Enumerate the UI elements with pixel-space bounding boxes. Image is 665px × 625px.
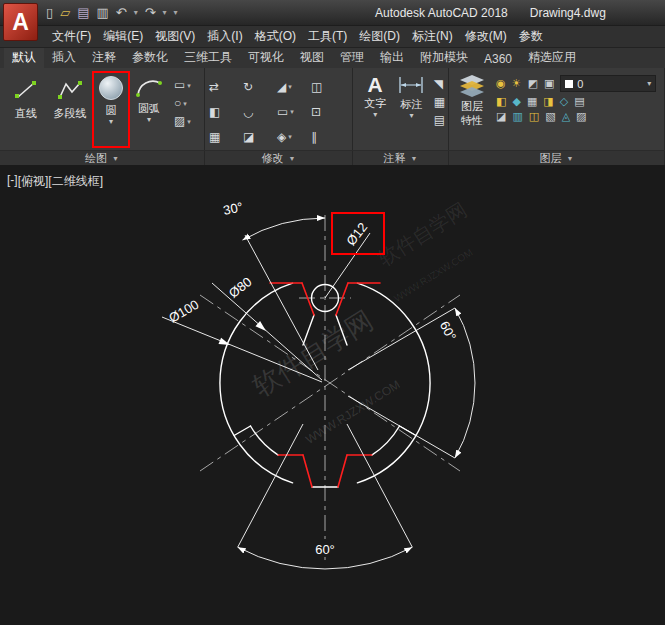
- layer-select-dropdown[interactable]: 0 ▾: [560, 75, 656, 92]
- line-tool-button[interactable]: 直线: [4, 71, 48, 148]
- rectangle-tool-icon[interactable]: ▭ ▾: [174, 79, 191, 91]
- qat-customize-icon[interactable]: ▾: [174, 9, 178, 17]
- annotation-footer-expand-icon[interactable]: ▼: [411, 155, 418, 162]
- modify-footer-expand-icon[interactable]: ▼: [289, 155, 296, 162]
- arc-dropdown-icon[interactable]: ▾: [147, 116, 151, 124]
- layer-properties-button[interactable]: 图层 特性: [453, 71, 491, 148]
- application-menu-button[interactable]: A: [3, 3, 38, 41]
- angle-bottom-dim-label[interactable]: 60°: [315, 542, 335, 557]
- explode-tool-icon[interactable]: ⊡: [311, 106, 345, 118]
- polyline-tool-button[interactable]: 多段线: [48, 71, 92, 148]
- circle-tool-button[interactable]: 圆 ▾: [92, 71, 130, 148]
- tab-visualize[interactable]: 可视化: [240, 48, 292, 68]
- arc-tool-button[interactable]: 圆弧 ▾: [130, 71, 168, 148]
- viewport-view-control[interactable]: [俯视]: [18, 173, 49, 190]
- layer-panel-footer[interactable]: 图层 ▼: [449, 151, 665, 165]
- offset-tool-icon[interactable]: ∥: [311, 131, 345, 143]
- layer-lock-fade-icon[interactable]: ◬: [562, 111, 570, 122]
- ellipse-dropdown-icon[interactable]: ▾: [183, 100, 187, 107]
- menu-format[interactable]: 格式(O): [249, 26, 302, 47]
- text-tool-button[interactable]: A 文字 ▾: [357, 71, 393, 148]
- redo-icon[interactable]: ↷: [145, 6, 156, 19]
- angle-top-dim-label[interactable]: 30°: [222, 199, 244, 218]
- layer-delete-icon[interactable]: ▧: [545, 111, 555, 122]
- tab-view[interactable]: 视图: [292, 48, 332, 68]
- menu-insert[interactable]: 插入(I): [201, 26, 248, 47]
- dia-80-dim-label[interactable]: Ø80: [226, 274, 255, 301]
- text-dropdown-icon[interactable]: ▾: [373, 111, 377, 119]
- array-dropdown-icon[interactable]: ▾: [288, 133, 292, 140]
- ellipse-tool-icon[interactable]: ○ ▾: [174, 97, 191, 109]
- table-tool-icon[interactable]: ▦: [434, 96, 445, 108]
- layer-state-icon[interactable]: ▥: [512, 111, 522, 122]
- dia-12-dim-label[interactable]: Ø12: [343, 220, 370, 249]
- layer-merge-icon[interactable]: ◫: [529, 111, 539, 122]
- plot-icon[interactable]: ▥: [96, 6, 108, 19]
- trim-tool-icon[interactable]: ◢▾: [277, 81, 311, 93]
- layer-walk-icon[interactable]: ▤: [574, 96, 584, 107]
- layer-unisolate-icon[interactable]: ◆: [512, 96, 520, 107]
- menu-view[interactable]: 视图(V): [149, 26, 201, 47]
- open-file-icon[interactable]: ▱: [60, 6, 70, 19]
- layer-match-icon[interactable]: ◇: [560, 96, 568, 107]
- dia-100-dim-label[interactable]: Ø100: [166, 297, 201, 326]
- tab-manage[interactable]: 管理: [332, 48, 372, 68]
- tab-a360[interactable]: A360: [476, 49, 520, 68]
- fillet-dropdown-icon[interactable]: ▾: [290, 108, 294, 115]
- tab-insert[interactable]: 插入: [44, 48, 84, 68]
- circle-dropdown-icon[interactable]: ▾: [109, 118, 113, 126]
- tab-3d-tools[interactable]: 三维工具: [176, 48, 240, 68]
- modify-panel-footer[interactable]: 修改 ▼: [205, 151, 353, 165]
- scale-tool-icon[interactable]: ◪: [243, 131, 277, 143]
- menu-tools[interactable]: 工具(T): [302, 26, 353, 47]
- undo-icon[interactable]: ↶: [116, 6, 127, 19]
- angle-right-dim-label[interactable]: 60°: [437, 319, 459, 343]
- mirror-tool-icon[interactable]: ◡: [243, 106, 277, 118]
- dimension-dropdown-icon[interactable]: ▾: [409, 112, 413, 120]
- trim-dropdown-icon[interactable]: ▾: [288, 83, 292, 90]
- undo-dropdown-icon[interactable]: ▾: [134, 9, 138, 17]
- draw-panel-footer[interactable]: 绘图 ▼: [0, 151, 205, 165]
- layer-freeze-icon[interactable]: ▦: [527, 96, 537, 107]
- new-file-icon[interactable]: ▯: [46, 6, 53, 19]
- tab-parametric[interactable]: 参数化: [124, 48, 176, 68]
- dimension-tool-button[interactable]: 标注 ▾: [393, 71, 429, 148]
- layer-previous-icon[interactable]: ◪: [496, 111, 506, 122]
- layer-plot-icon[interactable]: ▣: [544, 78, 554, 89]
- annotation-panel-footer[interactable]: 注释 ▼: [353, 151, 449, 165]
- redo-dropdown-icon[interactable]: ▾: [163, 9, 167, 17]
- leader-tool-icon[interactable]: ◥: [434, 78, 445, 90]
- layer-on-bulb-icon[interactable]: ◉: [496, 78, 506, 89]
- cad-drawing[interactable]: 软件自学网 WWW.RJZXW.COM 软件自学网 WWW.RJZXW.COM: [0, 165, 665, 625]
- menu-parametric[interactable]: 参数: [513, 26, 549, 47]
- draw-footer-expand-icon[interactable]: ▼: [112, 155, 119, 162]
- layer-footer-expand-icon[interactable]: ▼: [567, 155, 574, 162]
- rectangle-dropdown-icon[interactable]: ▾: [187, 82, 191, 89]
- tab-annotate[interactable]: 注释: [84, 48, 124, 68]
- viewport-menu-control[interactable]: [-]: [7, 173, 18, 190]
- drawing-canvas[interactable]: [-] [俯视] [二维线框] 软件自学网 WWW.RJZXW.COM 软件自学…: [0, 165, 665, 625]
- layer-copy-icon[interactable]: ▨: [576, 111, 586, 122]
- centerlines[interactable]: [200, 215, 460, 560]
- menu-file[interactable]: 文件(F): [46, 26, 97, 47]
- layer-thaw-sun-icon[interactable]: ☀: [512, 78, 522, 89]
- move-tool-icon[interactable]: ⇄: [209, 81, 243, 93]
- layer-dropdown-icon[interactable]: ▾: [647, 79, 651, 88]
- layer-lock-icon[interactable]: ◩: [527, 78, 537, 89]
- markup-tool-icon[interactable]: ▤: [434, 114, 445, 126]
- tab-addins[interactable]: 附加模块: [412, 48, 476, 68]
- copy-tool-icon[interactable]: ◧: [209, 106, 243, 118]
- tab-default[interactable]: 默认: [4, 48, 44, 68]
- menu-modify[interactable]: 修改(M): [459, 26, 513, 47]
- erase-tool-icon[interactable]: ◫: [311, 81, 345, 93]
- menu-dimension[interactable]: 标注(N): [406, 26, 459, 47]
- tab-output[interactable]: 输出: [372, 48, 412, 68]
- fillet-tool-icon[interactable]: ▭▾: [277, 106, 311, 118]
- menu-edit[interactable]: 编辑(E): [97, 26, 149, 47]
- save-icon[interactable]: ▤: [77, 6, 89, 19]
- tab-featured-apps[interactable]: 精选应用: [520, 48, 584, 68]
- hatch-dropdown-icon[interactable]: ▾: [187, 118, 191, 125]
- array-tool-icon[interactable]: ◈▾: [277, 131, 311, 143]
- stretch-tool-icon[interactable]: ▦: [209, 131, 243, 143]
- dimensions[interactable]: 30° 60° 60° Ø80 Ø100 Ø12: [162, 199, 475, 569]
